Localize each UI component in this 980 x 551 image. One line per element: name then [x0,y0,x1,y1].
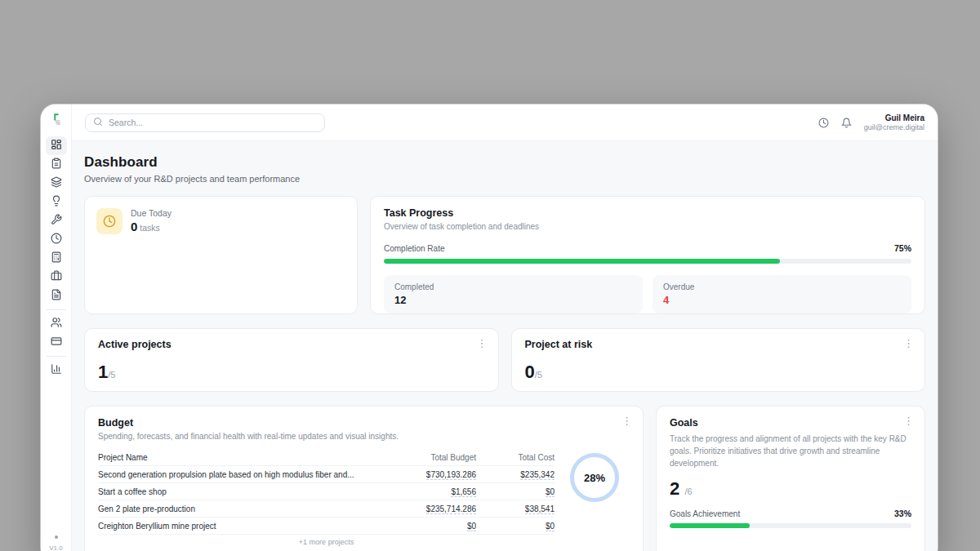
project-name: Start a coffee shop [98,487,380,496]
layout-dashboard-icon [51,139,62,153]
project-at-risk-card: Project at risk ⋮ 0/5 [511,328,926,392]
goals-rate-label: Goals Achievement [670,509,740,518]
total-cost-value[interactable]: $0 [546,522,555,531]
total-budget-value[interactable]: $0 [467,522,476,531]
kebab-menu-icon[interactable]: ⋮ [621,415,632,426]
clock-icon [51,233,62,247]
col-total-cost: Total Cost [476,453,555,462]
desktop-background: V1.0 Guil Meira guil@creme.digital [0,0,980,551]
sidebar-item-ideas[interactable] [46,193,67,211]
kebab-menu-icon[interactable]: ⋮ [477,338,488,349]
budget-table-row: Creighton Beryllium mine project $0 $0 [98,518,555,535]
clock-icon [818,118,829,128]
search-icon [93,115,103,130]
creme-logo-icon [49,112,63,126]
file-icon [51,289,62,304]
budget-table: Project Name Total Budget Total Cost Sec… [98,450,555,551]
active-count-denom: /5 [108,370,115,380]
total-budget-cell: $0 [380,522,476,531]
goals-card: ⋮ Goals Track the progress and alignment… [656,406,925,551]
total-cost-cell: $38,541 [476,504,555,513]
total-budget-value[interactable]: $730,193.286 [426,470,476,480]
total-cost-value[interactable]: $38,541 [525,504,555,514]
page-title: Dashboard [84,154,925,171]
clock-icon [103,215,116,228]
sidebar-item-calculator[interactable] [46,249,67,268]
due-today-text: Due Today 0tasks [131,208,172,233]
risk-count-denom: /5 [535,370,542,380]
search-field[interactable] [109,118,317,127]
task-stats: Completed 12 Overdue 4 [384,275,911,313]
completion-rate-value: 75% [894,243,911,253]
notifications-button[interactable] [841,118,852,128]
project-at-risk-count: 0/5 [525,363,912,381]
due-today-label: Due Today [131,208,172,218]
task-progress-title: Task Progress [384,207,911,219]
briefcase-icon [51,270,62,285]
active-projects-title: Active projects [98,339,485,350]
task-progress-card: Task Progress Overview of task completio… [370,196,925,314]
kebab-menu-icon[interactable]: ⋮ [903,415,914,426]
budget-table-row: Gen 2 plate pre-production $235,714.286 … [98,500,555,518]
total-budget-cell: $235,714.286 [380,504,476,513]
sidebar-item-projects[interactable] [46,174,67,193]
row-project-counts: Active projects ⋮ 1/5 Project at risk ⋮ … [84,328,925,392]
budget-donut-value: 28% [584,472,605,484]
due-today-count: 0tasks [131,220,172,233]
sidebar-item-tasks[interactable] [46,155,67,174]
page-header: Dashboard Overview of your R&D projects … [84,154,925,184]
due-clock-badge [96,208,122,234]
due-today-card: Due Today 0tasks [84,196,358,314]
layers-icon [51,176,62,191]
budget-subtitle: Spending, forecasts, and financial healt… [98,432,630,441]
total-cost-value[interactable]: $235,342 [520,470,555,480]
overdue-label: Overdue [663,282,901,291]
bell-icon [841,118,852,128]
project-at-risk-title: Project at risk [525,339,912,350]
sidebar-item-portfolio[interactable] [46,268,67,287]
app-window: V1.0 Guil Meira guil@creme.digital [41,104,938,551]
sidebar-item-billing[interactable] [46,333,67,352]
more-projects-link[interactable]: +1 more projects [98,535,555,549]
search-input[interactable] [85,113,325,132]
goals-count: 2 /6 [670,480,911,498]
total-budget-value[interactable]: $235,714.286 [426,504,476,514]
total-cost-value[interactable]: $0 [546,487,555,497]
sidebar-nav [46,136,67,380]
kebab-menu-icon[interactable]: ⋮ [903,338,914,349]
overdue-value: 4 [663,294,901,306]
budget-table-row: Second generation propulsion plate based… [98,466,555,483]
creme-logo[interactable] [49,112,63,129]
goals-title: Goals [670,417,911,429]
budget-table-row: Start a coffee shop $1,656 $0 [98,483,555,500]
project-name: Creighton Beryllium mine project [98,522,380,531]
user-menu[interactable]: Guil Meira guil@creme.digital [864,113,924,133]
goals-subtitle: Track the progress and alignment of all … [670,433,911,469]
total-budget-cell: $1,656 [380,487,476,496]
goals-count-value: 2 [670,478,679,499]
goals-progress-fill [670,523,750,528]
sidebar-divider [47,309,66,310]
sidebar-item-time[interactable] [46,230,67,249]
content-area: Dashboard Overview of your R&D projects … [72,141,938,551]
task-progress-subtitle: Overview of task completion and deadline… [384,222,911,231]
budget-card: ⋮ Budget Spending, forecasts, and financ… [84,406,644,551]
sidebar-item-documents[interactable] [46,287,67,305]
page-subtitle: Overview of your R&D projects and team p… [84,174,925,184]
due-today-header: Due Today 0tasks [96,208,345,234]
lightbulb-icon [51,195,62,210]
overdue-stat: Overdue 4 [653,275,911,313]
sidebar-item-analytics[interactable] [46,361,67,380]
due-count-unit: tasks [140,223,160,233]
completed-label: Completed [394,282,632,291]
sidebar-item-dashboard[interactable] [46,136,67,155]
active-projects-count: 1/5 [98,363,485,381]
total-budget-value[interactable]: $1,656 [451,487,476,497]
sidebar-item-team[interactable] [46,314,67,333]
history-button[interactable] [818,118,829,128]
sidebar-item-tools[interactable] [46,211,67,230]
active-count-value: 1 [98,362,108,382]
total-cost-cell: $235,342 [476,470,555,479]
topbar-right: Guil Meira guil@creme.digital [818,113,924,133]
total-cost-cell: $0 [476,487,555,496]
